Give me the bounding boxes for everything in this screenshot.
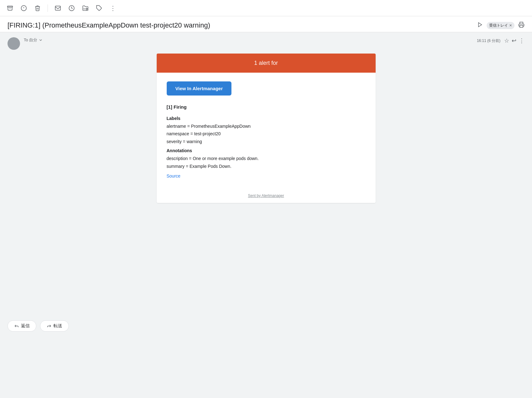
- report-icon[interactable]: [20, 4, 28, 12]
- annotation-description: description = One or more example pods d…: [167, 155, 366, 162]
- star-icon[interactable]: ☆: [504, 37, 509, 44]
- avatar: [8, 37, 20, 50]
- email-card: 1 alert for View In Alertmanager [1] Fir…: [157, 54, 376, 203]
- sender-info: To 自分: [24, 37, 477, 43]
- more-email-icon[interactable]: ⋮: [519, 37, 524, 44]
- label-alertname: alertname = PrometheusExampleAppDown: [167, 123, 366, 130]
- sender-row-right: 16:11 (6 分前) ☆ ↩ ⋮: [477, 37, 524, 44]
- svg-rect-0: [8, 6, 13, 7]
- label-severity: severity = warning: [167, 138, 366, 145]
- email-action-icons: ☆ ↩ ⋮: [504, 37, 524, 44]
- sender-row: To 自分 16:11 (6 分前) ☆ ↩ ⋮: [8, 37, 524, 50]
- clock-icon[interactable]: [68, 4, 75, 12]
- forward-arrow-icon: [47, 323, 52, 328]
- view-in-alertmanager-button[interactable]: View In Alertmanager: [167, 81, 232, 96]
- email-subject: [FIRING:1] (PrometheusExampleAppDown tes…: [8, 21, 474, 29]
- sent-by[interactable]: Sent by Alertmanager: [157, 189, 376, 203]
- label-tag-icon[interactable]: [95, 4, 103, 12]
- svg-rect-7: [520, 25, 523, 27]
- reply-icon[interactable]: ↩: [512, 37, 516, 44]
- annotations-section: Annotations description = One or more ex…: [167, 148, 366, 170]
- sender-to[interactable]: To 自分: [24, 37, 477, 43]
- svg-marker-6: [479, 23, 482, 27]
- email-timestamp: 16:11 (6 分前): [477, 38, 500, 44]
- mail-icon[interactable]: [54, 4, 62, 12]
- alert-banner: 1 alert for: [157, 54, 376, 73]
- reply-button[interactable]: 返信: [8, 320, 36, 332]
- email-body-area: To 自分 16:11 (6 分前) ☆ ↩ ⋮ 1 alert for Vie…: [0, 32, 532, 314]
- snooze-icon[interactable]: [477, 22, 483, 29]
- toolbar: ⋮: [0, 0, 532, 16]
- firing-title: [1] Firing: [167, 104, 366, 110]
- inbox-label-badge[interactable]: 受信トレイ ✕: [487, 22, 514, 29]
- folder-move-icon[interactable]: [82, 4, 89, 12]
- email-header: [FIRING:1] (PrometheusExampleAppDown tes…: [0, 16, 532, 32]
- labels-heading: Labels: [167, 116, 366, 121]
- chevron-down-icon: [38, 38, 43, 42]
- more-options-icon[interactable]: ⋮: [109, 4, 117, 12]
- label-namespace: namespace = test-project20: [167, 130, 366, 137]
- annotation-summary: summary = Example Pods Down.: [167, 163, 366, 170]
- print-icon[interactable]: [518, 22, 524, 29]
- svg-rect-2: [55, 6, 61, 10]
- remove-label-icon[interactable]: ✕: [509, 23, 512, 28]
- email-content: View In Alertmanager [1] Firing Labels a…: [157, 73, 376, 189]
- forward-button[interactable]: 転送: [40, 320, 69, 332]
- reply-arrow-icon: [14, 323, 19, 328]
- separator: [48, 4, 48, 12]
- bottom-action-bar: 返信 転送: [0, 314, 532, 338]
- source-link[interactable]: Source: [167, 173, 180, 178]
- archive-icon[interactable]: [6, 4, 14, 12]
- annotations-heading: Annotations: [167, 148, 366, 153]
- delete-icon[interactable]: [34, 4, 41, 12]
